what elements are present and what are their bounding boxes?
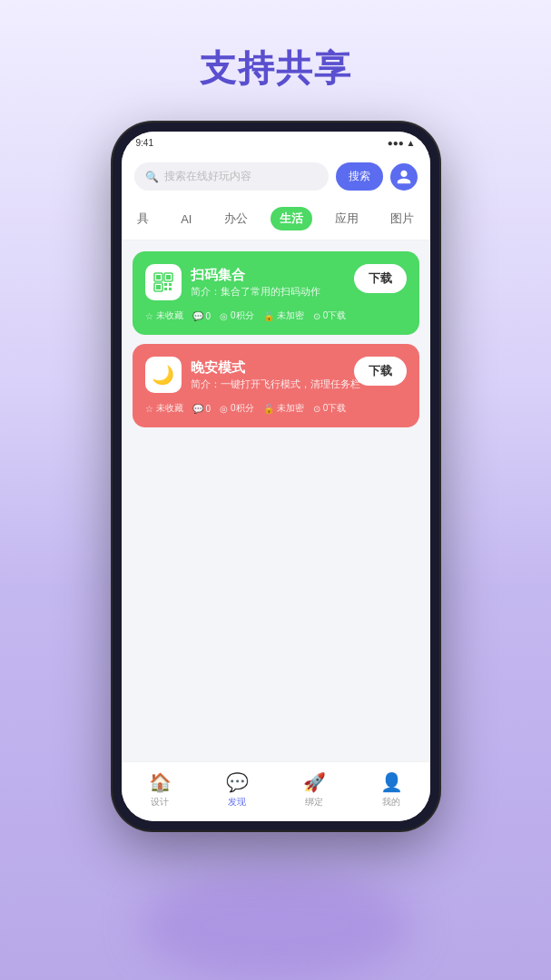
app-card-nightmode: 🌙 晚安模式 简介：一键打开飞行模式，清理任务栏 下载 ☆ 未收藏 [133, 344, 419, 427]
phone-screen: 9:41 ●●● ▲ 🔍 搜索在线好玩内容 搜索 具 AI [122, 132, 430, 821]
comment-icon: 💬 [192, 311, 203, 321]
lock-icon-2: 🔓 [263, 404, 274, 414]
comment-icon-2: 💬 [192, 404, 203, 414]
stat-downloads-qrcode: ⊙ 0下载 [313, 309, 347, 322]
bottom-tab-discover[interactable]: 💬 发现 [226, 771, 249, 808]
app-icon-qrcode [145, 264, 182, 300]
stat-comments-nightmode: 💬 0 [192, 404, 212, 414]
coin-icon-2: ◎ [220, 404, 228, 414]
bind-icon: 🚀 [303, 771, 326, 793]
bottom-tab-design[interactable]: 🏠 设计 [149, 771, 172, 808]
stat-points-qrcode: ◎ 0积分 [220, 309, 254, 322]
bottom-tab-mine[interactable]: 👤 我的 [380, 771, 403, 808]
star-icon-2: ☆ [145, 404, 153, 414]
status-bar: 9:41 ●●● ▲ [122, 132, 430, 153]
star-icon: ☆ [145, 311, 153, 321]
stat-favorites-qrcode: ☆ 未收藏 [145, 309, 183, 322]
discover-label: 发现 [228, 796, 246, 808]
tabs-container: 具 AI 办公 生活 应用 图片 [122, 200, 430, 240]
download-button-qrcode[interactable]: 下载 [354, 264, 407, 293]
svg-rect-6 [164, 283, 167, 286]
phone-frame: 9:41 ●●● ▲ 🔍 搜索在线好玩内容 搜索 具 AI [113, 122, 439, 830]
tab-ai[interactable]: AI [172, 209, 201, 230]
stat-comments-qrcode: 💬 0 [192, 311, 212, 321]
tab-images[interactable]: 图片 [381, 207, 423, 230]
design-icon: 🏠 [149, 771, 172, 793]
svg-rect-1 [156, 275, 161, 279]
time-display: 9:41 [136, 138, 153, 148]
avatar[interactable] [390, 163, 418, 191]
tab-tools[interactable]: 具 [128, 207, 158, 230]
lock-icon: 🔓 [263, 311, 274, 321]
stat-downloads-nightmode: ⊙ 0下载 [313, 402, 347, 415]
qrcode-icon [153, 271, 174, 293]
tab-office[interactable]: 办公 [215, 207, 257, 230]
stat-encrypt-qrcode: 🔓 未加密 [263, 309, 304, 322]
download-icon: ⊙ [313, 311, 320, 321]
coin-icon: ◎ [220, 311, 228, 321]
stat-points-nightmode: ◎ 0积分 [220, 402, 254, 415]
svg-rect-9 [169, 288, 172, 290]
app-icon-nightmode: 🌙 [145, 357, 182, 393]
search-bar: 🔍 搜索在线好玩内容 搜索 [122, 153, 430, 200]
bind-label: 绑定 [305, 796, 323, 808]
app-card-qrcode: 扫码集合 简介：集合了常用的扫码动作 下载 ☆ 未收藏 💬 0 [133, 251, 419, 335]
design-label: 设计 [151, 796, 169, 808]
svg-rect-7 [169, 283, 172, 286]
search-placeholder: 搜索在线好玩内容 [164, 169, 251, 184]
search-icon: 🔍 [145, 171, 159, 183]
tab-apps[interactable]: 应用 [326, 207, 368, 230]
mine-label: 我的 [382, 796, 400, 808]
page-title: 支持共享 [200, 44, 352, 93]
content-area: 扫码集合 简介：集合了常用的扫码动作 下载 ☆ 未收藏 💬 0 [122, 240, 430, 761]
svg-rect-8 [164, 288, 167, 290]
search-button[interactable]: 搜索 [336, 162, 383, 191]
svg-rect-3 [166, 275, 171, 279]
bottom-tab-bind[interactable]: 🚀 绑定 [303, 771, 326, 808]
stat-favorites-nightmode: ☆ 未收藏 [145, 402, 183, 415]
mine-icon: 👤 [380, 771, 403, 793]
phone-mockup: 9:41 ●●● ▲ 🔍 搜索在线好玩内容 搜索 具 AI [113, 122, 439, 830]
download-button-nightmode[interactable]: 下载 [354, 357, 407, 386]
svg-rect-5 [156, 285, 161, 289]
signal-display: ●●● ▲ [388, 138, 416, 148]
card-stats-qrcode: ☆ 未收藏 💬 0 ◎ 0积分 🔓 未加密 [145, 309, 407, 322]
tab-life[interactable]: 生活 [271, 207, 312, 230]
download-icon-2: ⊙ [313, 404, 320, 414]
user-icon [396, 169, 412, 185]
stat-encrypt-nightmode: 🔓 未加密 [263, 402, 304, 415]
search-input-wrapper[interactable]: 🔍 搜索在线好玩内容 [134, 162, 329, 191]
bottom-nav: 🏠 设计 💬 发现 🚀 绑定 👤 我的 [122, 761, 430, 821]
decorative-blob [140, 871, 412, 980]
discover-icon: 💬 [226, 771, 249, 793]
card-stats-nightmode: ☆ 未收藏 💬 0 ◎ 0积分 🔓 未加密 [145, 402, 407, 415]
